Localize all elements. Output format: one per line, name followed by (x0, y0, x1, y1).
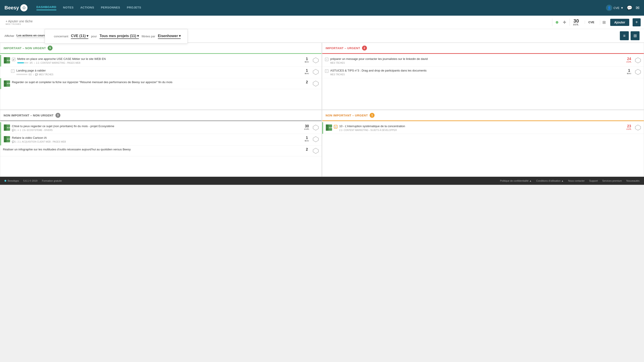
footer-support-link[interactable]: Support (589, 179, 598, 182)
quadrant-non-imp-non-urg-title: NON IMPORTANT – NON URGENT (4, 114, 54, 117)
projects-filter-btn[interactable]: Tous mes projets (11) ▾ (100, 34, 139, 39)
column-view-btn[interactable]: ⊞ (630, 31, 640, 40)
task-checkbox[interactable]: ≡ (325, 58, 328, 61)
task-title: 10 - L'interruption systématique de la c… (339, 124, 624, 128)
task-progress-text: 3/5 (30, 62, 33, 64)
toolbar-date: 30 AVR. (570, 18, 582, 26)
nav-actions[interactable]: ACTIONS (80, 6, 94, 10)
task-meta: MES TÂCHES (330, 62, 624, 64)
user-dropdown-btn[interactable]: 👤 CVE ▼ (606, 5, 624, 11)
quadrant-important-urgent: IMPORTANT – URGENT 2 ≡ préparer un messa… (322, 43, 644, 110)
footer-formation-link[interactable]: Formation gratuite (42, 179, 62, 182)
task-content: Regarder ce sujet et completer la fiche … (12, 80, 301, 85)
task-hexagon[interactable] (635, 124, 641, 131)
footer-contact-link[interactable]: Nous contacter (568, 179, 585, 182)
task-checkbox[interactable]: ≡ (325, 69, 328, 73)
nav-personnes[interactable]: PERSONNES (101, 6, 120, 10)
nav-notes[interactable]: NOTES (63, 6, 74, 10)
nav-projets[interactable]: PROJETS (127, 6, 141, 10)
quadrant-non-important-non-urgent: NON IMPORTANT – NON URGENT 3 ← DCH Chloé… (0, 110, 322, 177)
imp-urg-task-list: ≡ préparer un message pour contacter les… (322, 54, 644, 79)
table-row: ≡ préparer un message pour contacter les… (322, 55, 644, 67)
task-hexagon[interactable] (635, 69, 641, 75)
quadrant-imp-urg-title: IMPORTANT – URGENT (326, 46, 360, 50)
grid-view-icon[interactable]: ⊞ (600, 20, 608, 25)
task-icon-small: ↕ (34, 62, 35, 64)
comment-icon: 💬 1 (12, 141, 16, 143)
task-content: Landing page à valider 0/2 ↕ 💬 MES TÂCHE… (16, 69, 301, 76)
add-task-input[interactable] (6, 19, 550, 23)
mail-icon[interactable]: ✉ (636, 5, 640, 10)
footer-nouveautes-link[interactable]: Nouveautés (626, 179, 640, 182)
eisenhower-grid: IMPORTANT – NON URGENT 5 ← DCH ✓ Mettre … (0, 43, 644, 177)
task-hexagon[interactable] (635, 57, 641, 63)
footer-version: 5.6.1 © 2019 (23, 179, 37, 182)
footer-premium-link[interactable]: Services premium (602, 179, 622, 182)
task-avatar: ← DCH (326, 124, 332, 131)
task-title: Mettre en place une approche USE CASE Mé… (17, 57, 301, 61)
quadrant-imp-urg-header: IMPORTANT – URGENT 2 (322, 43, 644, 54)
task-title: Refaire la vidéo Cartoon IA (12, 136, 301, 140)
non-imp-non-urg-task-list: ← DCH Chloé tu peux regarder ce sujet (n… (0, 121, 322, 158)
task-hexagon[interactable] (312, 69, 319, 75)
afficher-dropdown[interactable]: Les actions en cours ▾ (16, 34, 48, 38)
filter-right-icons: ≡ ⊞ (620, 31, 640, 40)
task-title: ASTUCES & TIPS n°3 : Drag and drop de pa… (330, 69, 624, 73)
task-hexagon[interactable] (312, 148, 319, 154)
svg-marker-3 (635, 58, 641, 63)
svg-marker-0 (313, 58, 318, 63)
table-row: ≡ Landing page à valider 0/2 ↕ 💬 MES TÂC… (0, 67, 322, 78)
task-title: Chloé tu peux regarder ce sujet (non pri… (12, 124, 301, 128)
task-icon-small: ↕ (33, 73, 34, 76)
eisenhower-filter-btn[interactable]: Eisenhower ▾ (158, 34, 181, 39)
footer-brand-name: BeesApps (8, 179, 19, 182)
progress-bar (16, 74, 28, 75)
filtrees-label: filtrées par (142, 35, 155, 38)
task-progress-text: 0/2 (28, 73, 32, 76)
add-small-icon[interactable]: ✚ (563, 20, 566, 25)
toolbar-plus-button[interactable]: + (632, 18, 641, 26)
task-hexagon[interactable] (312, 57, 319, 63)
task-date-month: AVR. (626, 128, 632, 130)
table-row: ← DCH ○ 10 - L'interruption systématique… (322, 122, 644, 134)
list-view-btn[interactable]: ≡ (620, 31, 629, 40)
footer-terms-link[interactable]: Conditions d'utilisation ▲ (536, 179, 564, 182)
task-date: 1 MAI (303, 136, 311, 142)
task-date-month: MAI (305, 72, 309, 75)
ajouter-button[interactable]: Ajouter (610, 19, 629, 26)
projects-filter-label: Tous mes projets (11) (100, 34, 136, 38)
quadrant-non-imp-urg-header: NON IMPORTANT – URGENT 1 (322, 110, 644, 121)
task-meta: MES TÂCHES (330, 73, 624, 76)
task-content: 10 - L'interruption systématique de la c… (339, 124, 624, 131)
task-date: 1 MAI (303, 69, 311, 75)
task-hexagon[interactable] (312, 136, 319, 142)
task-avatar: ← DCH (4, 80, 10, 87)
cve-filter-chevron: ▾ (86, 34, 88, 38)
task-checkbox[interactable]: ✓ (12, 58, 16, 61)
task-title: Réaliser un infographie sur les multitud… (3, 148, 301, 151)
toolbar-date-num: 30 (573, 18, 579, 23)
svg-marker-1 (313, 69, 318, 75)
footer-privacy-link[interactable]: Politique de confidentialité ▲ (500, 179, 532, 182)
nav-dashboard[interactable]: DASHBOARD (36, 5, 56, 10)
task-checkbox[interactable]: ○ (334, 125, 338, 128)
task-hexagon[interactable] (312, 124, 319, 131)
task-hexagon[interactable] (312, 80, 319, 87)
messages-icon[interactable]: 💬 (627, 5, 632, 10)
cve-filter-label: CVE (11) (71, 34, 86, 38)
task-checkbox[interactable]: ≡ (11, 69, 14, 73)
task-content: Mettre en place une approche USE CASE Mé… (17, 57, 301, 64)
table-row: ← DCH ✓ Mettre en place une approche USE… (0, 55, 322, 67)
task-meta-text: MES TÂCHES (39, 73, 54, 76)
main-nav: DASHBOARD NOTES ACTIONS PERSONNES PROJET… (36, 5, 606, 10)
task-date-num: 2 (306, 80, 308, 84)
task-content: ASTUCES & TIPS n°3 : Drag and drop de pa… (330, 69, 624, 76)
task-date: 30 AVR. (303, 124, 311, 130)
task-meta-text: 2.1- ACQUISITION CLIENT WEB - PAGES WEB (18, 141, 66, 143)
task-date: 2 (303, 80, 311, 84)
quadrant-non-important-urgent: NON IMPORTANT – URGENT 1 ← DCH ○ 10 - L'… (322, 110, 644, 177)
task-avatar: ← DCH (4, 57, 10, 63)
cve-filter-btn[interactable]: CVE (11) ▾ (71, 34, 88, 39)
task-date-month: MAI (305, 61, 309, 63)
imp-non-urg-task-list: ← DCH ✓ Mettre en place une approche USE… (0, 54, 322, 90)
